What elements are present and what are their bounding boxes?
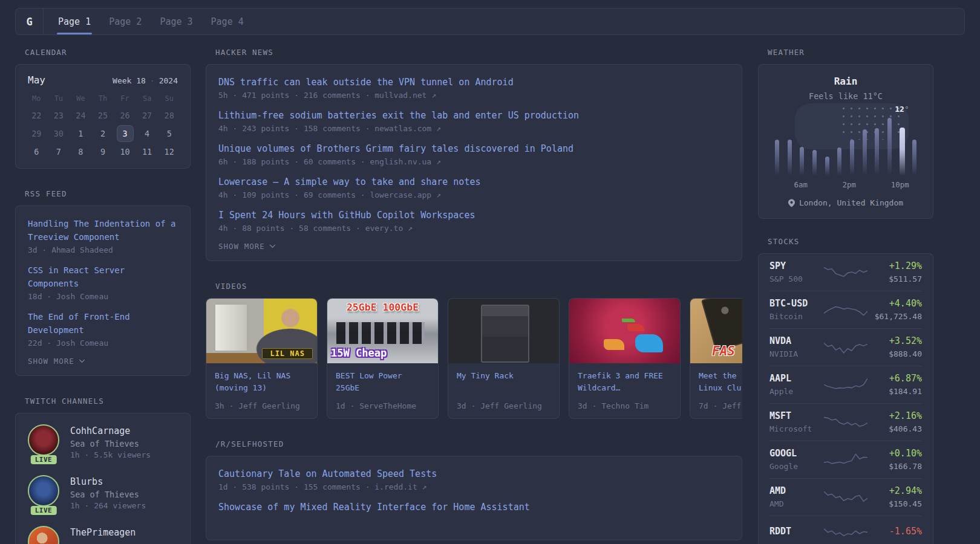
video-card[interactable]: FAS Meet the Linux Clu 7d · Jeff Geerlin…: [690, 298, 742, 419]
post-title-link[interactable]: Cautionary Tale on Automated Speed Tests: [218, 467, 730, 481]
channel-avatar[interactable]: LIVE: [27, 475, 60, 510]
weather-bar: [858, 129, 871, 176]
stock-name: NVIDIA: [769, 349, 824, 359]
time-label: [909, 180, 921, 189]
video-title[interactable]: Meet the Linux Clu: [699, 370, 742, 397]
stock-name: Google: [769, 461, 824, 471]
post-title-link[interactable]: DNS traffic can leak outside the VPN tun…: [218, 76, 730, 89]
stock-change: +2.94%: [867, 485, 922, 497]
stock-identity: NVDA NVIDIA: [769, 335, 824, 359]
stock-row[interactable]: NVDA NVIDIA +3.52% $888.40: [769, 328, 922, 366]
twitch-channel[interactable]: ThePrimeagen: [27, 526, 179, 544]
channel-category: Sea of Thieves: [70, 439, 151, 448]
section-title-hackernews: HACKER NEWS: [215, 48, 742, 57]
video-title[interactable]: Big NAS, Lil NAS (moving 13): [215, 370, 309, 397]
stock-change: +1.29%: [867, 260, 922, 272]
location-pin-icon: [788, 199, 795, 207]
page-tab[interactable]: Page 4: [210, 8, 245, 34]
video-title[interactable]: My Tiny Rack: [457, 370, 550, 397]
video-thumbnail[interactable]: [569, 299, 680, 363]
section-title-rss: RSS FEED: [25, 189, 191, 198]
video-card[interactable]: 25GbE 100GbE15W Cheap BEST Low Power 25G…: [327, 298, 439, 419]
weather-bar: [795, 147, 808, 176]
calendar-day: 29: [25, 125, 48, 143]
stock-row[interactable]: SPY S&P 500 +1.29% $511.57: [769, 254, 922, 291]
post-title-link[interactable]: Unique volumes of Brothers Grimm fairy t…: [218, 142, 730, 155]
hackernews-widget: DNS traffic can leak outside the VPN tun…: [206, 64, 742, 261]
video-thumbnail[interactable]: 25GbE 100GbE15W Cheap: [327, 299, 438, 363]
chevron-down-icon: [79, 359, 85, 363]
rss-list: Handling The Indentation of a Treeview C…: [28, 217, 178, 348]
channel-avatar[interactable]: LIVE: [27, 424, 60, 459]
channel-info: CohhCarnage Sea of Thieves 1h · 5.5k vie…: [70, 424, 151, 459]
stock-sparkline: [824, 522, 867, 540]
dashboard-columns: CALENDAR May Week 18 · 2024 MoTuWeThFrSa…: [15, 48, 965, 544]
stock-symbol: BTC-USD: [769, 297, 824, 309]
time-label: [856, 180, 867, 189]
twitch-channel[interactable]: LIVE Blurbs Sea of Thieves 1h · 264 view…: [27, 475, 179, 510]
video-card[interactable]: My Tiny Rack 3d · Jeff Geerling: [448, 298, 560, 419]
video-thumbnail[interactable]: FAS: [690, 299, 742, 363]
post-meta: 18d · Josh Comeau: [28, 291, 178, 302]
temperature-label: 12°: [895, 105, 909, 114]
page-tab[interactable]: Page 1: [57, 8, 92, 34]
calendar-day: 4: [136, 125, 158, 143]
stock-sparkline: [824, 263, 867, 281]
hackernews-show-more-button[interactable]: SHOW MORE: [218, 242, 276, 251]
calendar-day: 28: [158, 106, 180, 125]
stock-row[interactable]: AAPL Apple +6.87% $184.91: [769, 366, 922, 403]
calendar-year: 2024: [159, 76, 178, 85]
channel-name[interactable]: Blurbs: [70, 476, 146, 487]
video-meta: 3d · Jeff Geerling: [457, 401, 550, 410]
weather-time-labels: 6am2pm10pm: [771, 180, 921, 189]
post-title-link[interactable]: CSS in React Server Components: [28, 264, 178, 290]
stock-sparkline: [824, 375, 867, 393]
feed-item: The End of Front-End Development 22d · J…: [28, 310, 178, 348]
stock-row[interactable]: BTC-USD Bitcoin +4.40% $61,725.48: [769, 291, 922, 328]
stock-change: -1.65%: [867, 525, 922, 537]
rss-show-more-button[interactable]: SHOW MORE: [28, 357, 85, 366]
section-title-weather: WEATHER: [768, 48, 933, 57]
weather-bar: [821, 157, 834, 176]
video-title[interactable]: BEST Low Power 25GbE and 100GbE Switch…: [336, 370, 430, 397]
video-row: LIL NAS Big NAS, Lil NAS (moving 13) 3h …: [206, 298, 742, 419]
video-thumbnail[interactable]: [448, 299, 559, 363]
stock-values: +2.16% $406.43: [867, 410, 922, 434]
post-title-link[interactable]: Handling The Indentation of a Treeview C…: [28, 217, 178, 244]
stock-row[interactable]: AMD AMD +2.94% $150.45: [769, 478, 922, 516]
page-tab[interactable]: Page 2: [108, 8, 143, 34]
stock-row[interactable]: GOOGL Google +0.10% $166.78: [769, 441, 922, 478]
section-title-twitch: TWITCH CHANNELS: [25, 397, 191, 406]
video-thumbnail[interactable]: LIL NAS: [206, 299, 317, 363]
post-title-link[interactable]: Lithium-free sodium batteries exit the l…: [218, 109, 730, 122]
channel-name[interactable]: CohhCarnage: [70, 426, 151, 436]
post-meta: 3d · Ahmad Shadeed: [28, 245, 178, 255]
twitch-channel[interactable]: LIVE CohhCarnage Sea of Thieves 1h · 5.5…: [27, 424, 179, 459]
stock-symbol: SPY: [769, 260, 824, 272]
video-title[interactable]: Traefik 3 and FREE Wildcard…: [578, 370, 671, 397]
page-tab[interactable]: Page 3: [158, 8, 194, 34]
post-title-link[interactable]: I Spent 24 Hours with GitHub Copilot Wor…: [218, 209, 730, 222]
video-card[interactable]: Traefik 3 and FREE Wildcard… 3d · Techno…: [569, 298, 681, 419]
calendar-header: May Week 18 · 2024: [25, 74, 180, 86]
dashboard-page: G Page 1Page 2Page 3Page 4 CALENDAR May …: [0, 0, 980, 544]
stock-row[interactable]: MSFT Microsoft +2.16% $406.43: [769, 403, 922, 441]
video-card[interactable]: LIL NAS Big NAS, Lil NAS (moving 13) 3h …: [206, 298, 318, 419]
post-title-link[interactable]: Lowercase – A simple way to take and sha…: [218, 175, 730, 189]
post-title-link[interactable]: The End of Front-End Development: [28, 310, 178, 337]
feed-item: Unique volumes of Brothers Grimm fairy t…: [218, 142, 730, 167]
calendar-day: 30: [48, 125, 70, 143]
stock-sparkline: [824, 338, 867, 356]
post-title-link[interactable]: Showcase of my Mixed Reality Interface f…: [218, 500, 730, 514]
channel-avatar[interactable]: [27, 526, 60, 544]
avatar: [28, 526, 59, 544]
stock-symbol: MSFT: [769, 410, 824, 422]
weather-section: WEATHER Rain Feels like 11°C 12° 6am2pm1…: [758, 48, 933, 219]
weather-bars: [771, 118, 921, 176]
weekday-label: Mo: [25, 91, 48, 106]
home-logo[interactable]: G: [16, 8, 44, 34]
stock-row[interactable]: RDDT -1.65%: [769, 516, 922, 544]
time-label: [782, 180, 794, 189]
channel-name[interactable]: ThePrimeagen: [70, 527, 136, 538]
stock-values: +3.52% $888.40: [867, 335, 922, 359]
